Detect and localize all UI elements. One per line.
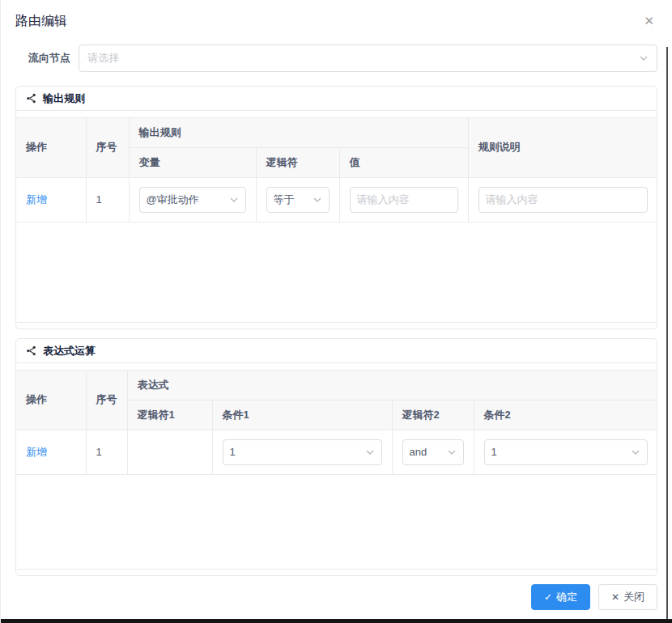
col-header-group: 表达式 <box>127 371 657 400</box>
chevron-down-icon <box>631 447 640 457</box>
flow-node-placeholder: 请选择 <box>87 51 119 66</box>
chevron-down-icon <box>365 447 375 457</box>
window-right-edge <box>666 47 668 623</box>
table-row: 新增 1 @审批动作 等于 <box>16 177 657 222</box>
col-header-operation: 操作 <box>16 118 86 177</box>
share-icon <box>26 345 36 356</box>
condition2-select-value: 1 <box>491 446 497 458</box>
output-rules-section: 输出规则 操作 序号 输出规则 规则说明 变量 逻辑符 值 <box>15 86 657 329</box>
route-edit-dialog: 路由编辑 ✕ 流向节点 请选择 输出规则 <box>0 0 672 623</box>
operation-cell: 新增 <box>16 177 86 222</box>
col-header-value: 值 <box>339 147 468 177</box>
x-icon: ✕ <box>611 592 619 602</box>
logic2-select-value: and <box>410 446 427 458</box>
variable-select-value: @审批动作 <box>147 193 199 207</box>
logic1-cell <box>127 430 212 474</box>
condition2-select[interactable]: 1 <box>484 439 649 465</box>
flow-node-label: 流向节点 <box>15 51 70 66</box>
logic2-select[interactable]: and <box>402 439 464 465</box>
output-rules-section-title: 输出规则 <box>16 87 657 111</box>
add-expression-link[interactable]: 新增 <box>26 446 47 458</box>
col-header-logic: 逻辑符 <box>256 147 339 177</box>
variable-cell: @审批动作 <box>129 177 256 222</box>
share-icon <box>26 93 36 104</box>
close-button[interactable]: ✕ 关闭 <box>598 584 657 610</box>
chevron-down-icon <box>313 195 322 205</box>
index-cell: 1 <box>86 177 129 222</box>
check-icon: ✓ <box>544 592 552 602</box>
close-button-label: 关闭 <box>623 590 644 604</box>
col-header-description: 规则说明 <box>468 118 657 177</box>
condition2-cell: 1 <box>474 430 657 474</box>
expression-section: 表达式运算 操作 序号 表达式 逻辑符1 条件1 逻辑符2 条件2 <box>15 338 657 576</box>
logic-cell: 等于 <box>256 177 339 222</box>
col-header-variable: 变量 <box>129 147 256 177</box>
output-rules-table: 操作 序号 输出规则 规则说明 变量 逻辑符 值 新增 1 <box>16 117 657 323</box>
add-rule-link[interactable]: 新增 <box>26 193 47 206</box>
expression-section-title: 表达式运算 <box>16 339 657 363</box>
window-bottom-edge <box>1 619 672 623</box>
col-header-index: 序号 <box>86 371 127 430</box>
condition1-cell: 1 <box>212 430 392 474</box>
index-cell: 1 <box>86 430 127 474</box>
section-title-text: 输出规则 <box>43 91 85 106</box>
confirm-button[interactable]: ✓ 确定 <box>531 584 590 610</box>
col-header-group: 输出规则 <box>129 118 468 147</box>
condition1-select-value: 1 <box>230 446 236 458</box>
flow-node-row: 流向节点 请选择 <box>15 44 657 72</box>
value-input[interactable] <box>350 187 458 213</box>
section-title-text: 表达式运算 <box>43 344 96 358</box>
dialog-close-icon[interactable]: ✕ <box>640 13 657 28</box>
variable-select[interactable]: @审批动作 <box>139 187 246 213</box>
description-input[interactable] <box>478 187 649 213</box>
chevron-down-icon <box>639 53 649 63</box>
chevron-down-icon <box>229 195 239 205</box>
value-cell <box>339 177 468 222</box>
description-cell <box>468 177 657 222</box>
confirm-button-label: 确定 <box>556 590 577 604</box>
dialog-title: 路由编辑 <box>15 13 67 30</box>
logic-select[interactable]: 等于 <box>266 187 330 213</box>
col-header-logic1: 逻辑符1 <box>127 400 212 430</box>
flow-node-select[interactable]: 请选择 <box>79 44 657 72</box>
table-row: 新增 1 1 and <box>16 430 657 474</box>
col-header-condition1: 条件1 <box>212 400 392 430</box>
dialog-footer: ✓ 确定 ✕ 关闭 <box>15 584 657 610</box>
logic2-cell: and <box>392 430 474 474</box>
expression-table: 操作 序号 表达式 逻辑符1 条件1 逻辑符2 条件2 新增 1 <box>16 370 657 570</box>
chevron-down-icon <box>447 447 457 457</box>
col-header-logic2: 逻辑符2 <box>392 400 474 430</box>
condition1-select[interactable]: 1 <box>223 439 382 465</box>
logic-select-value: 等于 <box>274 193 295 207</box>
col-header-condition2: 条件2 <box>474 400 657 430</box>
col-header-operation: 操作 <box>16 371 86 430</box>
dialog-header: 路由编辑 ✕ <box>15 0 657 30</box>
col-header-index: 序号 <box>86 118 129 177</box>
operation-cell: 新增 <box>16 430 86 474</box>
